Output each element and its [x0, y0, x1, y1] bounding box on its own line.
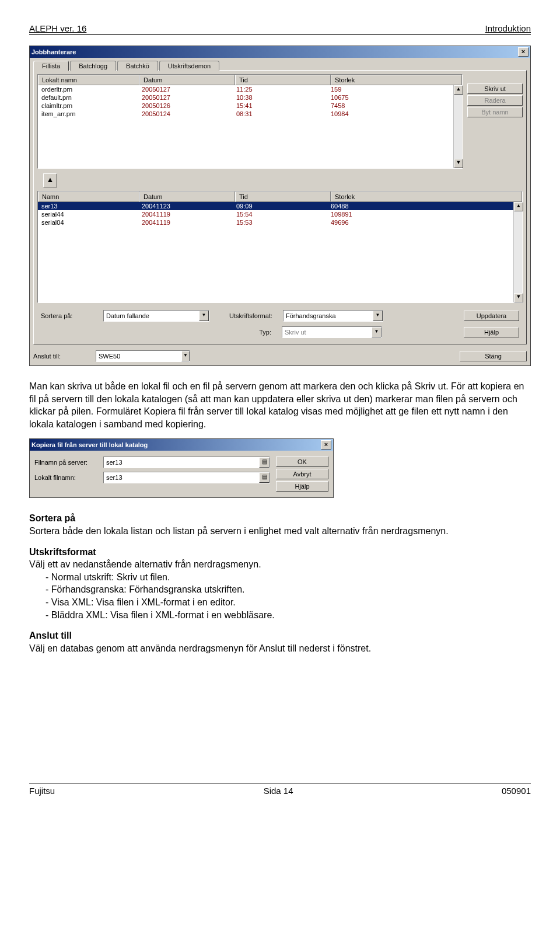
- job-manager-window: Jobbhanterare × Fillista Batchlogg Batch…: [29, 46, 531, 366]
- update-button[interactable]: Uppdatera: [464, 311, 519, 321]
- help-button[interactable]: Hjälp: [276, 481, 328, 492]
- tab-utskriftsdemon[interactable]: Utskriftsdemon: [159, 61, 219, 71]
- header-right: Introduktion: [485, 23, 531, 33]
- list-icon[interactable]: ▤: [259, 472, 270, 483]
- col-local-name[interactable]: Lokalt namn: [38, 75, 139, 85]
- dialog-title: Kopiera fil från server till lokal katal…: [32, 441, 148, 448]
- scroll-up-icon[interactable]: ▲: [514, 202, 523, 211]
- rename-button[interactable]: Byt namn: [467, 107, 523, 117]
- chevron-down-icon[interactable]: ▼: [372, 327, 382, 337]
- help-button[interactable]: Hjälp: [464, 327, 519, 337]
- list-row[interactable]: serial04 20041119 15:53 49696: [38, 218, 514, 227]
- footer-right: 050901: [502, 786, 531, 796]
- close-icon[interactable]: ×: [321, 440, 331, 450]
- connect-combo[interactable]: ▼: [96, 350, 190, 362]
- window-title: Jobbhanterare: [32, 48, 76, 55]
- list-row[interactable]: default.prn 20050127 10:38 10675: [38, 93, 454, 102]
- copy-file-dialog: Kopiera fil från server till lokal katal…: [29, 438, 334, 498]
- footer-mid: Sida 14: [264, 786, 293, 796]
- paragraph: Man kan skriva ut både en lokal fil och …: [29, 380, 531, 430]
- titlebar[interactable]: Jobbhanterare ×: [30, 46, 530, 58]
- ok-button[interactable]: OK: [276, 457, 328, 467]
- type-combo[interactable]: ▼: [282, 326, 382, 338]
- sort-input[interactable]: [104, 311, 199, 321]
- server-file-list[interactable]: Namn Datum Tid Storlek ser13 20041123 09…: [37, 191, 523, 303]
- list-row[interactable]: item_arr.prn 20050124 08:31 10984: [38, 110, 454, 118]
- scroll-up-icon[interactable]: ▲: [454, 85, 463, 95]
- col-date2[interactable]: Datum: [139, 191, 235, 202]
- section-heading: Anslut till: [29, 631, 72, 640]
- section-body: Sortera både den lokala listan och lista…: [29, 526, 449, 536]
- connect-input[interactable]: [96, 351, 181, 361]
- titlebar[interactable]: Kopiera fil från server till lokal katal…: [30, 439, 333, 451]
- col-time2[interactable]: Tid: [235, 191, 331, 202]
- page-header: ALEPH ver. 16 Introduktion: [29, 23, 531, 35]
- chevron-down-icon[interactable]: ▼: [181, 351, 190, 361]
- section-body: Välj ett av nedanstående alternativ från…: [29, 559, 261, 569]
- local-file-list[interactable]: Lokalt namn Datum Tid Storlek orderltr.p…: [37, 74, 463, 169]
- tab-fillista[interactable]: Fillista: [33, 61, 69, 71]
- format-input[interactable]: [284, 311, 373, 321]
- tabs: Fillista Batchlogg Batchkö Utskriftsdemo…: [30, 58, 530, 70]
- connect-label: Anslut till:: [33, 353, 89, 360]
- sort-combo[interactable]: ▼: [103, 310, 209, 322]
- list-row[interactable]: ser13 20041123 09:09 60488: [38, 202, 514, 210]
- col-name[interactable]: Namn: [38, 191, 139, 202]
- filename-server-input[interactable]: [104, 459, 259, 466]
- close-icon[interactable]: ×: [518, 47, 528, 57]
- header-left: ALEPH ver. 16: [29, 23, 86, 33]
- list-row[interactable]: orderltr.prn 20050127 11:25 159: [38, 85, 454, 93]
- filename-server-field[interactable]: ▤: [103, 457, 270, 468]
- sort-label: Sortera på:: [41, 312, 96, 319]
- bullet-item: - Visa XML: Visa filen i XML-format i en…: [29, 596, 531, 609]
- print-button[interactable]: Skriv ut: [467, 83, 523, 94]
- section-body: Välj en databas genom att använda nerdra…: [29, 643, 371, 653]
- panel: Lokalt namn Datum Tid Storlek orderltr.p…: [33, 70, 527, 344]
- scrollbar[interactable]: ▲ ▼: [513, 202, 522, 302]
- cancel-button[interactable]: Avbryt: [276, 469, 328, 479]
- filename-local-input[interactable]: [104, 474, 259, 481]
- col-time[interactable]: Tid: [235, 75, 331, 85]
- list-row[interactable]: serial44 20041119 15:54 109891: [38, 210, 514, 218]
- list-row[interactable]: claimltr.prn 20050126 15:41 7458: [38, 102, 454, 110]
- bullet-item: - Förhandsgranska: Förhandsgranska utskr…: [29, 583, 531, 596]
- scroll-down-icon[interactable]: ▼: [454, 159, 463, 168]
- bullet-item: - Bläddra XML: Visa filen i XML-format i…: [29, 609, 531, 622]
- chevron-down-icon[interactable]: ▼: [373, 311, 383, 321]
- scroll-down-icon[interactable]: ▼: [514, 293, 523, 302]
- col-date[interactable]: Datum: [139, 75, 235, 85]
- filename-local-field[interactable]: ▤: [103, 472, 270, 483]
- page-footer: Fujitsu Sida 14 050901: [29, 783, 531, 796]
- section-heading: Utskriftsformat: [29, 547, 96, 557]
- bullet-item: - Normal utskrift: Skriv ut filen.: [29, 571, 531, 584]
- chevron-down-icon[interactable]: ▼: [199, 311, 209, 321]
- move-up-icon[interactable]: ▲: [43, 173, 57, 187]
- filename-server-label: Filnamn på server:: [34, 459, 99, 466]
- delete-button[interactable]: Radera: [467, 95, 523, 106]
- tab-batchko[interactable]: Batchkö: [117, 61, 158, 71]
- tab-batchlogg[interactable]: Batchlogg: [70, 61, 116, 71]
- col-size[interactable]: Storlek: [331, 75, 462, 85]
- scrollbar[interactable]: ▲ ▼: [453, 85, 462, 168]
- list-icon[interactable]: ▤: [259, 457, 270, 468]
- format-label: Utskriftsformat:: [216, 312, 276, 319]
- format-combo[interactable]: ▼: [283, 310, 383, 322]
- filename-local-label: Lokalt filnamn:: [34, 474, 99, 481]
- col-size2[interactable]: Storlek: [331, 191, 522, 202]
- type-label: Typ:: [215, 329, 275, 336]
- close-button[interactable]: Stäng: [460, 351, 527, 361]
- footer-left: Fujitsu: [29, 786, 55, 796]
- section-heading: Sortera på: [29, 513, 75, 523]
- type-input: [282, 328, 372, 337]
